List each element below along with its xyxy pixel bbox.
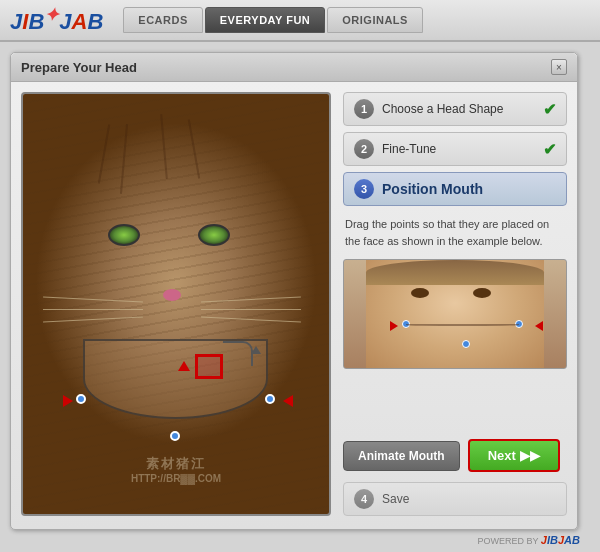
powered-by-text: POWERED BY bbox=[477, 536, 538, 546]
dialog: Prepare Your Head × bbox=[10, 52, 578, 530]
left-red-arrow bbox=[63, 395, 73, 407]
example-left-arrow bbox=[390, 321, 398, 331]
right-panel: 1 Choose a Head Shape ✔ 2 Fine-Tune ✔ 3 … bbox=[343, 92, 567, 516]
step-2: 2 Fine-Tune ✔ bbox=[343, 132, 567, 166]
curve-arrow bbox=[223, 341, 253, 366]
dialog-title: Prepare Your Head bbox=[21, 60, 137, 75]
right-red-arrow bbox=[283, 395, 293, 407]
dialog-titlebar: Prepare Your Head × bbox=[11, 53, 577, 82]
tab-ecards[interactable]: ECARDS bbox=[123, 7, 202, 33]
mouth-right-point[interactable] bbox=[265, 394, 275, 404]
logo-text: JIB✦JAB bbox=[10, 4, 103, 35]
next-arrow-icon: ▶▶ bbox=[520, 448, 540, 463]
example-image bbox=[343, 259, 567, 369]
step-4-number: 4 bbox=[354, 489, 374, 509]
step-3-label: Position Mouth bbox=[382, 181, 483, 197]
dialog-body: 素材猪江 HTTP://BR▓▓.COM 1 Choose a Head Sha… bbox=[11, 82, 577, 526]
example-mouth-area bbox=[400, 308, 533, 348]
step-2-number: 2 bbox=[354, 139, 374, 159]
nav-tabs: ECARDS EVERYDAY FUN ORIGINALS bbox=[123, 7, 423, 33]
step-4: 4 Save bbox=[343, 482, 567, 516]
step-description: Drag the points so that they are placed … bbox=[343, 212, 567, 253]
next-label: Next bbox=[488, 448, 516, 463]
dialog-close-button[interactable]: × bbox=[551, 59, 567, 75]
step-1-check: ✔ bbox=[543, 100, 556, 119]
main-content: Prepare Your Head × bbox=[0, 42, 600, 552]
step-3-number: 3 bbox=[354, 179, 374, 199]
step-1: 1 Choose a Head Shape ✔ bbox=[343, 92, 567, 126]
bottom-buttons: Animate Mouth Next ▶▶ bbox=[343, 439, 567, 472]
step-1-number: 1 bbox=[354, 99, 374, 119]
example-right-arrow bbox=[535, 321, 543, 331]
mouth-bottom-point[interactable] bbox=[170, 431, 180, 441]
top-navigation: JIB✦JAB ECARDS EVERYDAY FUN ORIGINALS bbox=[0, 0, 600, 42]
next-button[interactable]: Next ▶▶ bbox=[468, 439, 560, 472]
up-red-arrow bbox=[178, 361, 190, 371]
step-2-label: Fine-Tune bbox=[382, 142, 436, 156]
logo: JIB✦JAB bbox=[10, 4, 103, 35]
animate-mouth-button[interactable]: Animate Mouth bbox=[343, 441, 460, 471]
step-2-check: ✔ bbox=[543, 140, 556, 159]
footer: POWERED BY JIBJAB bbox=[10, 530, 590, 550]
image-canvas: 素材猪江 HTTP://BR▓▓.COM bbox=[21, 92, 331, 516]
cat-image bbox=[23, 94, 329, 514]
curve-arrow-tip bbox=[251, 346, 261, 354]
step-4-label: Save bbox=[382, 492, 409, 506]
step-1-label: Choose a Head Shape bbox=[382, 102, 503, 116]
mouth-left-point[interactable] bbox=[76, 394, 86, 404]
step-3: 3 Position Mouth bbox=[343, 172, 567, 206]
red-indicator-box bbox=[195, 354, 223, 379]
tab-originals[interactable]: ORIGINALS bbox=[327, 7, 423, 33]
footer-logo: JIBJAB bbox=[541, 534, 580, 546]
tab-everyday-fun[interactable]: EVERYDAY FUN bbox=[205, 7, 326, 33]
